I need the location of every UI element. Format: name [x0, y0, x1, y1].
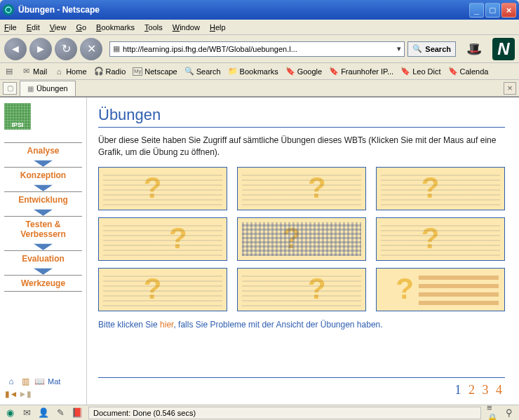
window-title: Übungen - Netscape — [18, 5, 469, 15]
exercise-thumb-5[interactable] — [237, 217, 366, 261]
chevron-down-icon: ▾ — [34, 184, 53, 191]
exercise-thumb-3[interactable] — [376, 167, 505, 210]
stop-button[interactable]: ✕ — [80, 38, 102, 60]
tool-mat[interactable]: Mat — [48, 377, 60, 386]
status-message: Document: Done (0.546 secs) — [88, 407, 481, 419]
bookmark-icon: 🔖 — [448, 67, 458, 76]
bm-radio[interactable]: 🎧Radio — [94, 67, 126, 76]
print-button[interactable]: 🎩 — [466, 41, 483, 57]
search-icon: 🔍 — [412, 44, 422, 53]
tool-sitemap-icon[interactable]: ▥ — [20, 377, 31, 386]
url-text: http://learning.ipsi.fhg.de/WBT/Global/u… — [123, 45, 297, 53]
minimize-button[interactable]: _ — [469, 3, 484, 18]
bm-google[interactable]: 🔖Google — [285, 67, 322, 76]
menu-help[interactable]: Help — [210, 23, 226, 32]
menu-window[interactable]: Window — [173, 23, 200, 32]
tool-home-icon[interactable]: ⌂ — [6, 377, 17, 386]
forward-button[interactable]: ► — [29, 38, 52, 60]
bm-fraunhofer[interactable]: 🔖Fraunhofer IP... — [329, 67, 393, 76]
tab-bar: ▢ ▦ Übungen × — [0, 80, 519, 97]
bm-netscape[interactable]: MyNetscape — [133, 67, 177, 76]
tab-close-button[interactable]: × — [504, 82, 516, 95]
chevron-down-icon: ▾ — [34, 208, 53, 215]
reload-button[interactable]: ↻ — [55, 38, 77, 60]
my-icon: My — [133, 67, 142, 76]
buddy-status-icon[interactable]: 👤 — [38, 407, 49, 419]
connect-icon: ⚲ — [504, 407, 515, 419]
bm-bookmarks[interactable]: 📁Bookmarks — [228, 67, 278, 76]
exercise-thumb-8[interactable] — [237, 268, 366, 311]
content-area: IPSI Analyse ▾ Konzeption ▾ Entwicklung … — [0, 97, 519, 405]
page-link-3[interactable]: 3 — [483, 383, 489, 397]
nav-toolbar: ◄ ► ↻ ✕ ▦ http://learning.ipsi.fhg.de/WB… — [0, 35, 519, 63]
exercise-thumb-6[interactable] — [376, 217, 505, 261]
search-label: Search — [425, 45, 451, 53]
page-current: 1 — [455, 383, 461, 397]
sidebar-tools: ⌂ ▥ 📖 Mat ▮◄ ►▮ — [6, 377, 60, 399]
radio-icon: 🎧 — [94, 67, 104, 76]
close-button[interactable]: × — [501, 3, 516, 18]
exercise-thumb-4[interactable] — [98, 217, 227, 261]
sidebar: IPSI Analyse ▾ Konzeption ▾ Entwicklung … — [0, 97, 87, 405]
tab-icon: ▦ — [27, 85, 34, 93]
intro-text: Über diese Seite haben Sie Zugriff auf s… — [98, 135, 505, 158]
site-icon: ▦ — [113, 44, 120, 53]
addressbook-status-icon[interactable]: 📕 — [72, 407, 83, 419]
svg-point-0 — [6, 7, 11, 13]
netscape-status-icon[interactable]: ◉ — [4, 407, 15, 419]
menu-go[interactable]: Go — [76, 23, 86, 32]
mail-icon: ✉ — [21, 67, 31, 76]
addr-dropdown-icon[interactable]: ▾ — [397, 44, 401, 53]
exercise-grid — [98, 167, 505, 311]
menu-tools[interactable]: Tools — [144, 23, 163, 32]
page-link-2[interactable]: 2 — [469, 383, 475, 397]
chevron-down-icon: ▾ — [34, 267, 53, 274]
tool-prev-icon[interactable]: ▮◄ — [6, 389, 17, 399]
chevron-down-icon: ▾ — [34, 159, 53, 166]
composer-status-icon[interactable]: ✎ — [55, 407, 66, 419]
ipsi-logo[interactable]: IPSI — [4, 103, 31, 130]
maximize-button[interactable]: □ — [485, 3, 500, 18]
exercise-thumb-9[interactable] — [376, 268, 505, 311]
tool-next-icon[interactable]: ►▮ — [20, 389, 31, 399]
bookmark-icon: 🔖 — [329, 67, 339, 76]
back-button[interactable]: ◄ — [4, 38, 27, 60]
status-bar: ◉ ✉ 👤 ✎ 📕 Document: Done (0.546 secs) ≡🔒… — [0, 405, 519, 420]
exercise-thumb-1[interactable] — [98, 167, 227, 210]
bookmark-icon: 🔖 — [400, 67, 410, 76]
bm-home[interactable]: ⌂Home — [54, 67, 86, 76]
menubar: File Edit View Go Bookmarks Tools Window… — [0, 20, 519, 35]
menu-edit[interactable]: Edit — [27, 23, 40, 32]
sidebar-item-testen[interactable]: Testen & Verbessern — [4, 216, 82, 242]
bm-leo[interactable]: 🔖Leo Dict — [400, 67, 440, 76]
tab-uebungen[interactable]: ▦ Übungen — [20, 81, 76, 96]
bookmark-icon: 🔖 — [285, 67, 295, 76]
new-tab-button[interactable]: ▢ — [3, 82, 17, 95]
pager: 1 2 3 4 — [455, 383, 503, 398]
home-icon: ⌂ — [54, 67, 64, 76]
help-link[interactable]: hier — [160, 320, 173, 330]
bm-handle[interactable]: ▤ — [4, 67, 14, 76]
bookmark-toolbar: ▤ ✉Mail ⌂Home 🎧Radio MyNetscape 🔍Search … — [0, 63, 519, 80]
bm-search[interactable]: 🔍Search — [184, 67, 221, 76]
netscape-small-icon — [3, 4, 14, 15]
tab-label: Übungen — [36, 84, 68, 93]
search-button[interactable]: 🔍 Search — [407, 41, 456, 57]
divider-bottom — [98, 377, 505, 378]
netscape-logo-icon[interactable]: N — [492, 38, 515, 60]
page-link-4[interactable]: 4 — [496, 383, 502, 397]
menu-file[interactable]: File — [4, 23, 17, 32]
mail-status-icon[interactable]: ✉ — [21, 407, 32, 419]
menu-view[interactable]: View — [50, 23, 67, 32]
tool-book-icon[interactable]: 📖 — [34, 377, 45, 386]
folder-icon: 📁 — [228, 67, 238, 76]
bm-mail[interactable]: ✉Mail — [21, 67, 47, 76]
main-content: Übungen Über diese Seite haben Sie Zugri… — [87, 97, 519, 405]
exercise-thumb-2[interactable] — [237, 167, 366, 210]
menu-bookmarks[interactable]: Bookmarks — [96, 23, 135, 32]
address-bar[interactable]: ▦ http://learning.ipsi.fhg.de/WBT/Global… — [109, 41, 405, 57]
sidebar-nav: Analyse ▾ Konzeption ▾ Entwicklung ▾ Tes… — [4, 142, 82, 292]
search-icon: 🔍 — [184, 67, 194, 76]
exercise-thumb-7[interactable] — [98, 268, 227, 311]
bm-calendar[interactable]: 🔖Calenda — [448, 67, 489, 76]
